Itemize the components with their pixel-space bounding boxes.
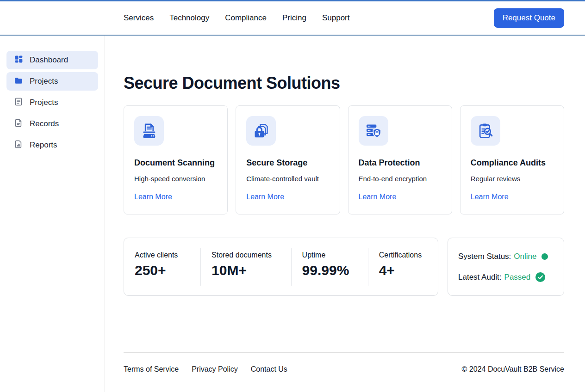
sidebar-item-records[interactable]: Records bbox=[6, 115, 98, 133]
nav-item-compliance[interactable]: Compliance bbox=[225, 13, 267, 23]
folder-icon bbox=[14, 76, 23, 87]
copyright-text: © 2024 DocuVault B2B Service bbox=[462, 365, 564, 374]
sidebar-item-label: Reports bbox=[30, 141, 57, 150]
file-lines-icon bbox=[14, 118, 23, 130]
file-chart-icon bbox=[14, 140, 23, 151]
learn-more-link[interactable]: Learn More bbox=[134, 193, 172, 201]
sidebar-item-projects-active[interactable]: Projects bbox=[6, 72, 98, 91]
nav-item-services[interactable]: Services bbox=[124, 13, 154, 23]
card-compliance-audits: Compliance Audits Regular reviews Learn … bbox=[460, 105, 564, 214]
sidebar: Dashboard Projects Projects bbox=[0, 36, 105, 392]
stat-stored-documents: Stored documents 10M+ bbox=[200, 248, 291, 286]
stat-value: 4+ bbox=[379, 263, 438, 278]
document-lines-icon bbox=[14, 97, 23, 109]
latest-audit-value: Passed bbox=[504, 273, 531, 282]
main-nav: Services Technology Compliance Pricing S… bbox=[124, 13, 349, 23]
card-subtitle: High-speed conversion bbox=[134, 175, 217, 183]
stat-value: 99.99% bbox=[302, 263, 368, 278]
check-circle-icon bbox=[535, 272, 546, 282]
top-header: Services Technology Compliance Pricing S… bbox=[0, 0, 585, 36]
sidebar-item-label: Projects bbox=[30, 98, 58, 107]
sidebar-item-reports[interactable]: Reports bbox=[6, 136, 98, 154]
stat-label: Active clients bbox=[135, 251, 200, 259]
sidebar-item-label: Projects bbox=[30, 77, 58, 86]
system-status-label: System Status: bbox=[458, 252, 511, 261]
system-status-value: Online bbox=[514, 252, 536, 261]
dashboard-grid-icon bbox=[14, 55, 23, 66]
sidebar-item-projects[interactable]: Projects bbox=[6, 93, 98, 112]
system-status-row: System Status: Online bbox=[458, 246, 554, 267]
scanner-icon bbox=[134, 116, 164, 146]
card-secure-storage: Secure Storage Climate-controlled vault … bbox=[236, 105, 340, 214]
card-title: Secure Storage bbox=[246, 158, 329, 168]
clipboard-check-search-icon bbox=[471, 116, 500, 146]
server-shield-icon bbox=[359, 116, 388, 146]
page-title: Secure Document Solutions bbox=[124, 74, 564, 92]
card-subtitle: Regular reviews bbox=[471, 175, 554, 183]
card-title: Data Protection bbox=[359, 158, 442, 168]
footer-link-terms[interactable]: Terms of Service bbox=[124, 365, 179, 374]
online-dot-icon bbox=[541, 253, 548, 260]
sidebar-item-dashboard[interactable]: Dashboard bbox=[6, 51, 98, 69]
stats-bar: Active clients 250+ Stored documents 10M… bbox=[124, 238, 438, 296]
stat-label: Uptime bbox=[302, 251, 368, 259]
stat-value: 250+ bbox=[135, 263, 200, 278]
latest-audit-row: Latest Audit: Passed bbox=[458, 267, 554, 288]
footer-links: Terms of Service Privacy Policy Contact … bbox=[124, 365, 287, 374]
footer-link-privacy[interactable]: Privacy Policy bbox=[192, 365, 238, 374]
latest-audit-label: Latest Audit: bbox=[458, 273, 502, 282]
learn-more-link[interactable]: Learn More bbox=[246, 193, 284, 201]
nav-item-technology[interactable]: Technology bbox=[169, 13, 209, 23]
request-quote-button[interactable]: Request Quote bbox=[494, 8, 564, 28]
learn-more-link[interactable]: Learn More bbox=[471, 193, 509, 201]
footer: Terms of Service Privacy Policy Contact … bbox=[124, 352, 564, 374]
stat-certifications: Certifications 4+ bbox=[368, 248, 438, 286]
sidebar-item-label: Dashboard bbox=[30, 55, 68, 65]
card-subtitle: Climate-controlled vault bbox=[246, 175, 329, 183]
footer-link-contact[interactable]: Contact Us bbox=[251, 365, 287, 374]
sidebar-item-label: Records bbox=[30, 119, 59, 129]
stat-label: Certifications bbox=[379, 251, 438, 259]
card-subtitle: End-to-end encryption bbox=[359, 175, 442, 183]
main-content: Secure Document Solutions bbox=[105, 36, 585, 392]
stat-value: 10M+ bbox=[212, 263, 291, 278]
stat-label: Stored documents bbox=[212, 251, 291, 259]
stat-active-clients: Active clients 250+ bbox=[124, 248, 200, 286]
stat-uptime: Uptime 99.99% bbox=[291, 248, 368, 286]
nav-item-pricing[interactable]: Pricing bbox=[282, 13, 306, 23]
service-cards: Document Scanning High-speed conversion … bbox=[124, 105, 564, 214]
nav-item-support[interactable]: Support bbox=[322, 13, 350, 23]
card-title: Document Scanning bbox=[134, 158, 217, 168]
system-status-card: System Status: Online Latest Audit: Pass… bbox=[448, 238, 564, 296]
card-title: Compliance Audits bbox=[471, 158, 554, 168]
card-data-protection: Data Protection End-to-end encryption Le… bbox=[348, 105, 452, 214]
lock-documents-icon bbox=[246, 116, 276, 146]
card-document-scanning: Document Scanning High-speed conversion … bbox=[124, 105, 228, 214]
learn-more-link[interactable]: Learn More bbox=[359, 193, 397, 201]
